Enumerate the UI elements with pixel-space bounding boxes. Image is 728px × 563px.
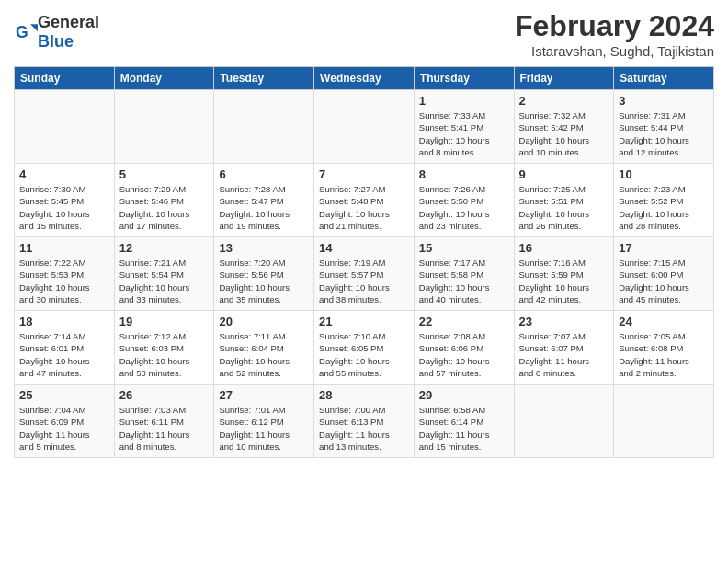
calendar-cell: [214, 90, 314, 164]
day-number: 23: [519, 315, 609, 328]
calendar-cell: 6Sunrise: 7:28 AM Sunset: 5:47 PM Daylig…: [214, 164, 314, 237]
calendar-week-5: 25Sunrise: 7:04 AM Sunset: 6:09 PM Dayli…: [15, 385, 714, 458]
day-number: 16: [519, 241, 609, 255]
calendar-cell: 11Sunrise: 7:22 AM Sunset: 5:53 PM Dayli…: [15, 237, 115, 311]
calendar-cell: 18Sunrise: 7:14 AM Sunset: 6:01 PM Dayli…: [15, 311, 115, 385]
day-info: Sunrise: 7:15 AM Sunset: 6:00 PM Dayligh…: [619, 257, 709, 305]
calendar-cell: 12Sunrise: 7:21 AM Sunset: 5:54 PM Dayli…: [114, 237, 214, 311]
calendar-cell: 8Sunrise: 7:26 AM Sunset: 5:50 PM Daylig…: [414, 164, 514, 237]
day-number: 19: [119, 315, 210, 328]
day-info: Sunrise: 7:29 AM Sunset: 5:46 PM Dayligh…: [119, 183, 210, 232]
calendar-cell: 13Sunrise: 7:20 AM Sunset: 5:56 PM Dayli…: [214, 237, 314, 311]
day-number: 6: [219, 167, 309, 181]
day-number: 9: [519, 167, 609, 181]
logo-icon: G: [16, 21, 38, 43]
calendar-cell: [15, 90, 115, 164]
header-row: Sunday Monday Tuesday Wednesday Thursday…: [15, 67, 714, 90]
page: G General Blue February 2024 Istaravshan…: [0, 0, 728, 467]
calendar-cell: 2Sunrise: 7:32 AM Sunset: 5:42 PM Daylig…: [514, 90, 614, 164]
day-info: Sunrise: 7:05 AM Sunset: 6:08 PM Dayligh…: [619, 330, 709, 379]
day-info: Sunrise: 7:20 AM Sunset: 5:56 PM Dayligh…: [219, 257, 309, 305]
header-monday: Monday: [114, 67, 214, 90]
day-info: Sunrise: 7:14 AM Sunset: 6:01 PM Dayligh…: [19, 330, 109, 379]
calendar-cell: 29Sunrise: 6:58 AM Sunset: 6:14 PM Dayli…: [414, 385, 514, 458]
calendar-cell: 19Sunrise: 7:12 AM Sunset: 6:03 PM Dayli…: [114, 311, 214, 385]
day-info: Sunrise: 7:16 AM Sunset: 5:59 PM Dayligh…: [519, 257, 609, 305]
day-info: Sunrise: 7:19 AM Sunset: 5:57 PM Dayligh…: [319, 257, 409, 305]
header-sunday: Sunday: [15, 67, 115, 90]
calendar-cell: 22Sunrise: 7:08 AM Sunset: 6:06 PM Dayli…: [414, 311, 514, 385]
day-number: 14: [319, 241, 409, 255]
day-info: Sunrise: 7:32 AM Sunset: 5:42 PM Dayligh…: [519, 109, 609, 158]
calendar-cell: 3Sunrise: 7:31 AM Sunset: 5:44 PM Daylig…: [614, 90, 714, 164]
calendar-cell: 15Sunrise: 7:17 AM Sunset: 5:58 PM Dayli…: [414, 237, 514, 311]
calendar-cell: 17Sunrise: 7:15 AM Sunset: 6:00 PM Dayli…: [614, 237, 714, 311]
day-info: Sunrise: 7:17 AM Sunset: 5:58 PM Dayligh…: [419, 257, 509, 305]
day-number: 8: [419, 167, 509, 181]
day-info: Sunrise: 7:26 AM Sunset: 5:50 PM Dayligh…: [419, 183, 509, 232]
header-friday: Friday: [514, 67, 614, 90]
day-info: Sunrise: 7:07 AM Sunset: 6:07 PM Dayligh…: [519, 330, 609, 379]
header-tuesday: Tuesday: [214, 67, 314, 90]
day-number: 1: [419, 94, 509, 108]
day-info: Sunrise: 6:58 AM Sunset: 6:14 PM Dayligh…: [419, 404, 509, 453]
day-number: 10: [619, 167, 709, 181]
calendar-cell: 16Sunrise: 7:16 AM Sunset: 5:59 PM Dayli…: [514, 237, 614, 311]
day-info: Sunrise: 7:22 AM Sunset: 5:53 PM Dayligh…: [19, 257, 109, 305]
calendar-cell: 24Sunrise: 7:05 AM Sunset: 6:08 PM Dayli…: [614, 311, 714, 385]
day-number: 11: [19, 241, 109, 255]
day-number: 26: [119, 388, 210, 402]
day-number: 29: [419, 388, 509, 402]
calendar-cell: 9Sunrise: 7:25 AM Sunset: 5:51 PM Daylig…: [514, 164, 614, 237]
calendar-cell: 14Sunrise: 7:19 AM Sunset: 5:57 PM Dayli…: [314, 237, 415, 311]
day-number: 18: [19, 315, 109, 328]
day-number: 4: [19, 167, 109, 181]
day-number: 7: [319, 167, 409, 181]
day-number: 27: [219, 388, 309, 402]
calendar-week-4: 18Sunrise: 7:14 AM Sunset: 6:01 PM Dayli…: [15, 311, 714, 385]
day-number: 5: [119, 167, 210, 181]
calendar-cell: 26Sunrise: 7:03 AM Sunset: 6:11 PM Dayli…: [114, 385, 214, 458]
calendar-cell: [114, 90, 214, 164]
day-info: Sunrise: 7:10 AM Sunset: 6:05 PM Dayligh…: [319, 330, 409, 379]
day-number: 24: [619, 315, 709, 328]
header-thursday: Thursday: [414, 67, 514, 90]
day-info: Sunrise: 7:23 AM Sunset: 5:52 PM Dayligh…: [619, 183, 709, 232]
day-info: Sunrise: 7:25 AM Sunset: 5:51 PM Dayligh…: [519, 183, 609, 232]
calendar-week-1: 1Sunrise: 7:33 AM Sunset: 5:41 PM Daylig…: [15, 90, 714, 164]
day-info: Sunrise: 7:27 AM Sunset: 5:48 PM Dayligh…: [319, 183, 409, 232]
day-number: 2: [519, 94, 609, 108]
header: G General Blue February 2024 Istaravshan…: [14, 9, 714, 59]
calendar-cell: [314, 90, 415, 164]
day-info: Sunrise: 7:28 AM Sunset: 5:47 PM Dayligh…: [219, 183, 309, 232]
day-info: Sunrise: 7:04 AM Sunset: 6:09 PM Dayligh…: [19, 404, 109, 453]
day-info: Sunrise: 7:31 AM Sunset: 5:44 PM Dayligh…: [619, 109, 709, 158]
day-info: Sunrise: 7:12 AM Sunset: 6:03 PM Dayligh…: [119, 330, 210, 379]
logo-blue-text: Blue: [38, 32, 74, 51]
day-info: Sunrise: 7:21 AM Sunset: 5:54 PM Dayligh…: [119, 257, 210, 305]
calendar-table: Sunday Monday Tuesday Wednesday Thursday…: [14, 66, 714, 458]
calendar-cell: 28Sunrise: 7:00 AM Sunset: 6:13 PM Dayli…: [314, 385, 415, 458]
calendar-cell: 1Sunrise: 7:33 AM Sunset: 5:41 PM Daylig…: [414, 90, 514, 164]
day-number: 22: [419, 315, 509, 328]
calendar-cell: 21Sunrise: 7:10 AM Sunset: 6:05 PM Dayli…: [314, 311, 415, 385]
calendar-cell: 27Sunrise: 7:01 AM Sunset: 6:12 PM Dayli…: [214, 385, 314, 458]
calendar-title: February 2024: [515, 9, 714, 43]
svg-marker-1: [30, 24, 38, 31]
calendar-cell: [514, 385, 614, 458]
calendar-subtitle: Istaravshan, Sughd, Tajikistan: [515, 43, 714, 59]
calendar-cell: 5Sunrise: 7:29 AM Sunset: 5:46 PM Daylig…: [114, 164, 214, 237]
svg-text:G: G: [16, 23, 28, 41]
day-info: Sunrise: 7:03 AM Sunset: 6:11 PM Dayligh…: [119, 404, 210, 453]
day-info: Sunrise: 7:30 AM Sunset: 5:45 PM Dayligh…: [19, 183, 109, 232]
logo-general-text: General: [38, 13, 99, 31]
day-number: 28: [319, 388, 409, 402]
calendar-cell: 10Sunrise: 7:23 AM Sunset: 5:52 PM Dayli…: [614, 164, 714, 237]
calendar-cell: 4Sunrise: 7:30 AM Sunset: 5:45 PM Daylig…: [15, 164, 115, 237]
calendar-week-3: 11Sunrise: 7:22 AM Sunset: 5:53 PM Dayli…: [15, 237, 714, 311]
day-number: 13: [219, 241, 309, 255]
day-info: Sunrise: 7:00 AM Sunset: 6:13 PM Dayligh…: [319, 404, 409, 453]
day-number: 15: [419, 241, 509, 255]
calendar-cell: 20Sunrise: 7:11 AM Sunset: 6:04 PM Dayli…: [214, 311, 314, 385]
title-block: February 2024 Istaravshan, Sughd, Tajiki…: [515, 9, 714, 59]
